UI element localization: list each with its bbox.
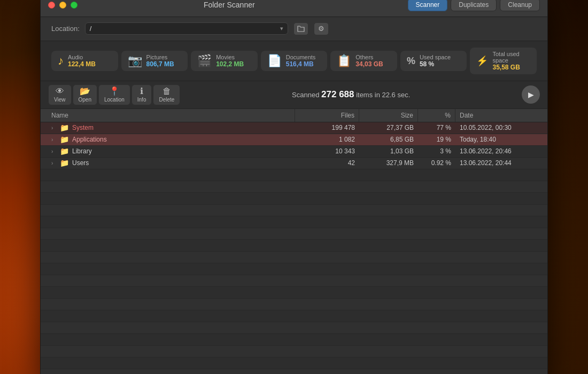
row-size: 6,85 GB bbox=[359, 135, 418, 144]
row-files: 1 082 bbox=[295, 135, 359, 144]
folder-browse-button[interactable] bbox=[293, 22, 308, 35]
window-title: Folder Scanner bbox=[51, 1, 408, 9]
location-button[interactable]: 📍 Location bbox=[98, 84, 130, 105]
col-files: Files bbox=[295, 109, 359, 122]
name-cell: › 📁 Applications bbox=[47, 134, 295, 145]
row-percent: 0.92 % bbox=[418, 158, 455, 168]
delete-button[interactable]: 🗑 Delete bbox=[153, 84, 180, 105]
duplicates-tab-button[interactable]: Duplicates bbox=[451, 0, 497, 11]
row-percent: 77 % bbox=[418, 123, 455, 133]
empty-row bbox=[41, 205, 547, 216]
audio-value: 122,4 MB bbox=[68, 60, 96, 68]
audio-icon: ♪ bbox=[58, 55, 64, 67]
empty-row bbox=[41, 228, 547, 240]
cleanup-tab-button[interactable]: Cleanup bbox=[500, 0, 540, 11]
empty-row bbox=[41, 357, 547, 369]
chevron-right-icon: › bbox=[51, 137, 57, 143]
scan-suffix: items in 22.6 sec. bbox=[356, 91, 410, 99]
info-label: Info bbox=[137, 97, 146, 103]
location-input[interactable] bbox=[90, 25, 278, 33]
pictures-value: 806,7 MB bbox=[146, 60, 174, 68]
location-icon: 📍 bbox=[109, 87, 120, 96]
play-icon: ▶ bbox=[528, 90, 534, 99]
stat-total-space: ⚡ Total used space 35,58 GB bbox=[470, 48, 537, 74]
total-space-value: 35,58 GB bbox=[492, 64, 530, 71]
location-label: Location bbox=[104, 97, 125, 103]
delete-icon: 🗑 bbox=[163, 87, 171, 96]
open-icon: 📂 bbox=[80, 87, 90, 96]
scan-count: 272 688 bbox=[321, 89, 354, 99]
name-cell: › 📁 System bbox=[47, 122, 295, 133]
row-name: Users bbox=[72, 159, 89, 167]
table-row[interactable]: › 📁 System 199 478 27,37 GB 77 % 10.05.2… bbox=[41, 122, 547, 134]
row-files: 42 bbox=[295, 158, 359, 168]
info-icon: ℹ bbox=[140, 87, 143, 96]
open-button[interactable]: 📂 Open bbox=[73, 84, 97, 105]
stat-documents: 📄 Documents 516,4 MB bbox=[261, 51, 328, 71]
gear-button[interactable]: ⚙ bbox=[314, 22, 329, 35]
titlebar: Folder Scanner Scanner Duplicates Cleanu… bbox=[41, 0, 547, 17]
empty-row bbox=[41, 275, 547, 287]
row-percent: 19 % bbox=[418, 135, 455, 144]
others-label: Others bbox=[355, 54, 383, 60]
row-size: 1,03 GB bbox=[359, 146, 418, 156]
scanner-tab-button[interactable]: Scanner bbox=[408, 0, 448, 11]
delete-label: Delete bbox=[159, 97, 174, 103]
chevron-down-icon: ▾ bbox=[280, 25, 283, 32]
table-body: › 📁 System 199 478 27,37 GB 77 % 10.05.2… bbox=[41, 122, 547, 375]
table-row[interactable]: › 📁 Applications 1 082 6,85 GB 19 % Toda… bbox=[41, 134, 547, 146]
row-name: System bbox=[72, 124, 94, 131]
row-date: Today, 18:40 bbox=[455, 135, 541, 144]
folder-icon: 📁 bbox=[60, 147, 69, 155]
row-files: 199 478 bbox=[295, 123, 359, 133]
total-space-label: Total used space bbox=[492, 51, 530, 64]
stat-audio: ♪ Audio 122,4 MB bbox=[51, 51, 118, 71]
info-button[interactable]: ℹ Info bbox=[131, 84, 152, 105]
movies-value: 102,2 MB bbox=[216, 60, 244, 68]
folder-icon: 📁 bbox=[60, 123, 69, 132]
empty-row bbox=[41, 369, 547, 375]
empty-row bbox=[41, 299, 547, 310]
documents-icon: 📄 bbox=[267, 55, 282, 67]
empty-row bbox=[41, 169, 547, 181]
table-header: Name Files Size % Date bbox=[41, 109, 547, 122]
empty-row bbox=[41, 193, 547, 205]
others-value: 34,03 GB bbox=[355, 60, 383, 68]
documents-value: 516,4 MB bbox=[286, 60, 316, 68]
col-name: Name bbox=[47, 109, 295, 122]
name-cell: › 📁 Users bbox=[47, 158, 295, 168]
stat-movies: 🎬 Movies 102,2 MB bbox=[191, 51, 258, 71]
location-input-wrap: ▾ bbox=[85, 22, 288, 35]
chevron-right-icon: › bbox=[51, 149, 57, 154]
empty-row bbox=[41, 334, 547, 346]
table-row[interactable]: › 📁 Users 42 327,9 MB 0.92 % 13.06.2022,… bbox=[41, 158, 547, 169]
view-button[interactable]: 👁 View bbox=[48, 84, 72, 105]
row-name: Applications bbox=[72, 136, 107, 143]
others-icon: 📋 bbox=[337, 55, 351, 67]
name-cell: › 📁 Library bbox=[47, 146, 295, 157]
documents-label: Documents bbox=[286, 54, 316, 60]
empty-row bbox=[41, 346, 547, 357]
stat-others: 📋 Others 34,03 GB bbox=[330, 51, 397, 71]
play-button[interactable]: ▶ bbox=[522, 85, 540, 104]
chevron-right-icon: › bbox=[51, 125, 57, 131]
location-label: Location: bbox=[51, 25, 80, 33]
empty-row bbox=[41, 216, 547, 228]
empty-row bbox=[41, 263, 547, 275]
row-name: Library bbox=[72, 147, 92, 155]
view-label: View bbox=[54, 97, 66, 103]
view-icon: 👁 bbox=[56, 87, 64, 96]
row-date: 13.06.2022, 20:46 bbox=[455, 146, 541, 156]
empty-row bbox=[41, 322, 547, 334]
empty-row bbox=[41, 287, 547, 299]
gear-icon: ⚙ bbox=[318, 25, 324, 33]
used-space-label: Used space bbox=[420, 54, 451, 60]
table-row[interactable]: › 📁 Library 10 343 1,03 GB 3 % 13.06.202… bbox=[41, 146, 547, 158]
stat-pictures: 📷 Pictures 806,7 MB bbox=[121, 51, 188, 71]
col-date: Date bbox=[455, 109, 541, 122]
row-date: 10.05.2022, 00:30 bbox=[455, 123, 541, 133]
used-space-value: 58 % bbox=[420, 60, 451, 68]
location-bar: Location: ▾ ⚙ bbox=[41, 17, 547, 41]
toolbar: 👁 View 📂 Open 📍 Location ℹ Info 🗑 Delete… bbox=[41, 81, 547, 109]
row-size: 327,9 MB bbox=[359, 158, 418, 168]
